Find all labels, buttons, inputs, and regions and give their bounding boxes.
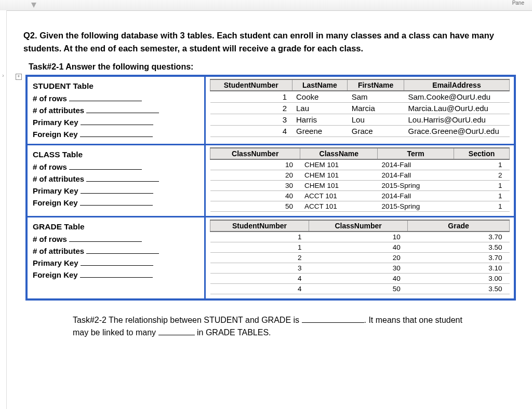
table-row: 4503.50 [210,283,510,294]
th-studentnumber: StudentNumber [210,220,309,231]
class-table: ClassNumber ClassName Term Section 10CHE… [210,147,510,212]
blank-field[interactable] [86,181,159,182]
th-studentnumber: StudentNumber [210,79,292,91]
class-title: CLASS Table [33,148,199,161]
class-block: CLASS Table # of rows # of attributes Pr… [28,145,514,217]
student-table: StudentNumber LastName FirstName EmailAd… [210,79,510,137]
th-lastname: LastName [292,79,348,91]
blank-field[interactable] [86,113,159,113]
document-content: Q2. Given the following database with 3 … [0,11,532,345]
blank-field[interactable] [69,101,142,101]
blank-field[interactable] [158,335,195,335]
blank-field[interactable] [69,241,142,242]
blank-field[interactable] [81,265,153,266]
page: Pane › Q2. Given the following database … [0,0,532,409]
th-classname: ClassName [300,148,378,159]
th-firstname: FirstName [348,79,404,91]
class-meta: CLASS Table # of rows # of attributes Pr… [28,145,206,216]
table-row: 30CHEM 1012015-Spring1 [210,180,510,190]
th-section: Section [454,148,510,159]
blank-field[interactable] [80,137,153,137]
table-row: 50ACCT 1012015-Spring1 [210,201,510,211]
ruler-top [0,0,532,11]
student-meta: STUDENT Table # of rows # of attributes … [28,77,206,144]
table-row: 10CHEM 1012014-Fall1 [210,159,510,170]
blank-field[interactable] [302,322,364,323]
table-row: 40ACCT 1012014-Fall1 [210,190,510,201]
meta-attrs-label: # of attributes [33,106,84,115]
table-row: 1103.70 [210,231,510,242]
ruler-left: › [0,10,7,409]
expand-icon[interactable]: + [16,74,22,80]
meta-rows-label: # of rows [33,94,67,103]
meta-fk-label: Foreign Key [33,130,78,139]
blank-field[interactable] [69,169,142,170]
blank-field[interactable] [80,205,153,206]
task-2-1-heading: Task#2-1 Answer the following questions: [29,62,509,72]
blank-field[interactable] [80,277,153,278]
table-row: 2203.70 [210,252,510,263]
student-title: STUDENT Table [33,80,199,92]
meta-pk-label: Primary Key [33,118,78,127]
blank-field[interactable] [81,193,153,194]
grade-block: GRADE Table # of rows # of attributes Pr… [28,217,514,298]
table-row: 3HarrisLouLou.Harris@OurU.edu [210,114,510,125]
tables-frame: STUDENT Table # of rows # of attributes … [25,75,516,301]
th-grade: Grade [408,220,510,231]
th-term: Term [378,148,454,159]
grade-table: StudentNumber ClassNumber Grade 1103.701… [210,220,510,294]
blank-field[interactable] [86,253,159,254]
pane-label: Pane [512,0,524,6]
table-row: 4GreeneGraceGrace.Greene@OurU.edu [210,125,510,137]
grade-meta: GRADE Table # of rows # of attributes Pr… [28,217,206,298]
blank-field[interactable] [81,125,153,125]
th-email: EmailAddress [404,79,510,91]
task22-suffix: in GRADE TABLES. [195,328,271,337]
grade-title: GRADE Table [33,221,199,233]
table-row: 2LauMarciaMarcia.Lau@OurU.edu [210,102,510,114]
task22-prefix: Task#2-2 The relationship between STUDEN… [73,316,302,324]
student-block: STUDENT Table # of rows # of attributes … [28,77,514,145]
th-classnumber: ClassNumber [309,220,408,231]
question-text: Q2. Given the following database with 3 … [23,29,509,55]
task-2-2-text: Task#2-2 The relationship between STUDEN… [73,314,477,340]
table-row: 20CHEM 1012014-Fall2 [210,170,510,180]
table-row: 3303.10 [210,263,510,273]
table-row: 1403.50 [210,242,510,252]
table-row: 1CookeSamSam.Cooke@OurU.edu [210,91,510,103]
table-row: 4403.00 [210,273,510,283]
th-classnumber: ClassNumber [210,148,300,159]
